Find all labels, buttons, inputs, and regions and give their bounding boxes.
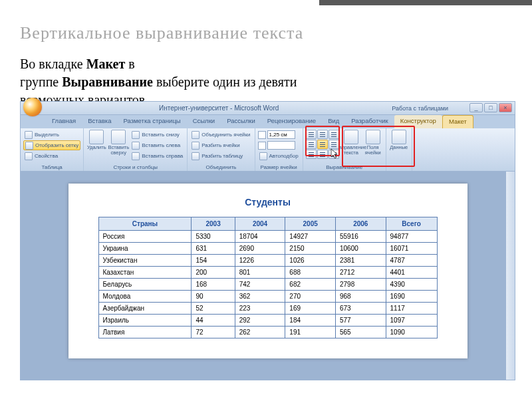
table-cell: 94877 xyxy=(386,231,437,243)
merge-cells-button[interactable]: Объединить ячейки xyxy=(190,130,251,140)
tab-developer[interactable]: Разработчик xyxy=(345,115,394,128)
group-cell-size: Автоподбор Размер ячейки xyxy=(255,128,303,171)
align-mid-center[interactable] xyxy=(317,140,328,149)
slide-title: Вертикальное выравнивание текста xyxy=(0,0,532,43)
align-bot-right[interactable] xyxy=(329,150,339,159)
table-cell: 14927 xyxy=(285,231,336,243)
table-cell: 4401 xyxy=(386,267,437,279)
table-cell: 742 xyxy=(235,279,285,291)
table-cell: 4390 xyxy=(386,279,437,291)
txt-bold: Выравнивание xyxy=(62,74,153,89)
tab-layout[interactable]: Макет xyxy=(442,115,473,128)
height-field[interactable] xyxy=(267,130,295,139)
data-button[interactable]: Данные xyxy=(389,130,409,170)
table-cell: 223 xyxy=(235,303,285,315)
table-header: Страны xyxy=(98,217,192,231)
tab-pagelayout[interactable]: Разметка страницы xyxy=(117,115,186,128)
table-cell: 154 xyxy=(192,255,235,267)
width-icon xyxy=(258,142,266,150)
tab-mailings[interactable]: Рассылки xyxy=(221,115,261,128)
slide-accent-bar xyxy=(319,0,532,5)
split-table-icon xyxy=(192,152,200,160)
vertical-scrollbar[interactable] xyxy=(505,172,515,380)
table-cell: 2690 xyxy=(235,243,285,255)
ribbon: Выделить Отобразить сетку Свойства Табли… xyxy=(21,128,515,172)
table-cell: 968 xyxy=(335,291,386,303)
delete-icon xyxy=(89,130,104,144)
properties-button[interactable]: Свойства xyxy=(23,151,80,161)
insert-right-button[interactable]: Вставить справа xyxy=(130,151,184,161)
table-cell: 1090 xyxy=(386,327,437,338)
autofit-button[interactable]: Автоподбор xyxy=(258,151,300,161)
table-cell: Россия xyxy=(98,231,192,243)
table-cell: 682 xyxy=(285,279,336,291)
table-cell: 262 xyxy=(235,327,285,338)
delete-button[interactable]: Удалить xyxy=(86,130,106,164)
cell-margins-button[interactable]: Поля ячейки xyxy=(363,130,383,164)
row-height-input[interactable] xyxy=(258,130,300,140)
doc-heading: Студенты xyxy=(98,197,438,207)
align-top-right[interactable] xyxy=(329,130,339,139)
table-header: 2006 xyxy=(335,217,386,231)
width-field[interactable] xyxy=(267,141,295,150)
close-button[interactable]: × xyxy=(499,103,512,112)
window-title: Интернет-университет - Microsoft Word xyxy=(46,104,392,112)
align-top-left[interactable] xyxy=(306,130,317,139)
split-cells-button[interactable]: Разбить ячейки xyxy=(190,140,251,150)
select-icon xyxy=(25,131,33,139)
tab-design[interactable]: Конструктор xyxy=(394,115,442,128)
students-table: Страны2003200420052006Всего Россия533018… xyxy=(98,217,438,338)
margins-icon xyxy=(366,130,380,144)
insert-top-button[interactable]: Вставить сверху xyxy=(108,130,128,164)
select-button[interactable]: Выделить xyxy=(23,130,80,140)
table-cell: 2381 xyxy=(335,255,386,267)
txt: в xyxy=(125,57,134,71)
word-window: Интернет-университет - Microsoft Word Ра… xyxy=(20,101,515,380)
props-icon xyxy=(25,152,33,160)
align-bot-center[interactable] xyxy=(317,150,328,159)
tab-review[interactable]: Рецензирование xyxy=(261,115,322,128)
tab-view[interactable]: Вид xyxy=(322,115,345,128)
window-controls: _ □ × xyxy=(469,103,512,112)
maximize-button[interactable]: □ xyxy=(484,103,497,112)
alignment-grid xyxy=(306,130,339,164)
height-icon xyxy=(258,131,266,139)
split-table-button[interactable]: Разбить таблицу xyxy=(190,151,251,161)
table-cell: 72 xyxy=(192,327,235,338)
table-row: Узбекистан1541226102623814787 xyxy=(98,255,437,267)
align-mid-right[interactable] xyxy=(329,140,339,149)
table-cell: 577 xyxy=(335,315,386,327)
group-label: Размер ячейки xyxy=(258,164,300,170)
align-mid-left[interactable] xyxy=(306,140,317,149)
minimize-button[interactable]: _ xyxy=(469,103,483,112)
table-row: Латвия722621915651090 xyxy=(98,327,437,338)
group-label xyxy=(389,170,409,170)
align-top-center[interactable] xyxy=(317,130,328,139)
table-cell: Узбекистан xyxy=(98,255,192,267)
insert-left-button[interactable]: Вставить слева xyxy=(130,140,184,150)
insert-bottom-button[interactable]: Вставить снизу xyxy=(130,130,184,140)
show-grid-button[interactable]: Отобразить сетку xyxy=(23,140,80,150)
table-cell: 2798 xyxy=(335,279,386,291)
align-bot-left[interactable] xyxy=(306,150,317,159)
document-area[interactable]: Студенты Страны2003200420052006Всего Рос… xyxy=(21,172,515,380)
table-row: Израиль442921845771097 xyxy=(98,315,437,327)
office-button[interactable] xyxy=(23,98,42,116)
table-cell: Украина xyxy=(98,243,192,255)
text-direction-icon xyxy=(344,130,358,144)
text-direction-button[interactable]: Направление текста xyxy=(341,130,361,164)
merge-icon xyxy=(192,131,200,139)
table-cell: 184 xyxy=(285,315,336,327)
tab-links[interactable]: Ссылки xyxy=(187,115,221,128)
table-cell: 631 xyxy=(192,243,235,255)
tab-home[interactable]: Главная xyxy=(46,115,82,128)
table-cell: Беларусь xyxy=(98,279,192,291)
table-cell: 362 xyxy=(235,291,285,303)
txt: группе xyxy=(20,74,62,89)
col-width-input[interactable] xyxy=(258,140,300,150)
table-cell: 688 xyxy=(285,267,336,279)
tab-insert[interactable]: Вставка xyxy=(82,115,117,128)
group-label: Строки и столбцы xyxy=(86,164,184,170)
table-cell: 270 xyxy=(285,291,336,303)
table-row: Азербайджан522231696731117 xyxy=(98,303,437,315)
